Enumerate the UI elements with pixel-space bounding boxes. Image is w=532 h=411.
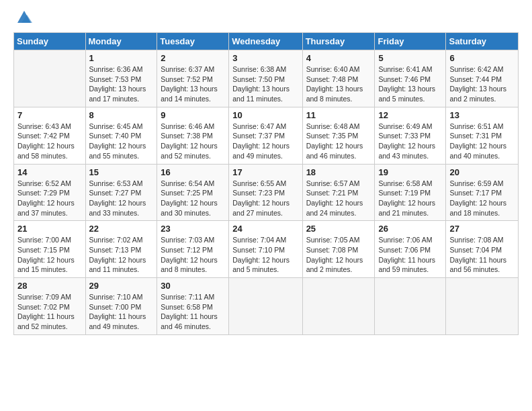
day-cell: 2Sunrise: 6:37 AMSunset: 7:52 PMDaylight… [157,50,229,107]
day-cell: 20Sunrise: 6:59 AMSunset: 7:17 PMDayligh… [446,164,519,221]
day-detail: Sunrise: 6:57 AMSunset: 7:21 PMDaylight:… [306,179,371,218]
day-cell: 17Sunrise: 6:55 AMSunset: 7:23 PMDayligh… [229,164,302,221]
day-detail: Sunrise: 6:49 AMSunset: 7:33 PMDaylight:… [378,122,442,161]
day-detail: Sunrise: 7:03 AMSunset: 7:12 PMDaylight:… [161,235,225,275]
weekday-header-friday: Friday [375,33,446,50]
day-num: 16 [161,167,225,177]
day-detail: Sunrise: 6:37 AMSunset: 7:52 PMDaylight:… [161,64,225,104]
day-detail: Sunrise: 7:04 AMSunset: 7:10 PMDaylight:… [232,235,298,275]
week-row-2: 7Sunrise: 6:43 AMSunset: 7:42 PMDaylight… [14,107,519,164]
page: SundayMondayTuesdayWednesdayThursdayFrid… [0,0,532,411]
day-num: 8 [89,110,154,120]
day-num: 1 [89,53,154,63]
day-cell: 21Sunrise: 7:00 AMSunset: 7:15 PMDayligh… [14,221,86,278]
day-detail: Sunrise: 6:47 AMSunset: 7:37 PMDaylight:… [232,122,298,161]
weekday-header-monday: Monday [85,33,157,50]
day-cell: 19Sunrise: 6:58 AMSunset: 7:19 PMDayligh… [375,164,446,221]
logo-icon [15,8,34,27]
week-row-3: 14Sunrise: 6:52 AMSunset: 7:29 PMDayligh… [14,164,519,221]
day-detail: Sunrise: 6:59 AMSunset: 7:17 PMDaylight:… [449,179,515,218]
day-detail: Sunrise: 6:41 AMSunset: 7:46 PMDaylight:… [378,64,442,104]
day-num: 22 [89,224,154,234]
day-cell: 24Sunrise: 7:04 AMSunset: 7:10 PMDayligh… [229,221,302,278]
day-detail: Sunrise: 7:06 AMSunset: 7:06 PMDaylight:… [378,235,442,275]
day-cell: 26Sunrise: 7:06 AMSunset: 7:06 PMDayligh… [375,221,446,278]
day-cell [375,278,446,335]
day-cell: 25Sunrise: 7:05 AMSunset: 7:08 PMDayligh… [302,221,375,278]
day-num: 27 [449,224,515,234]
day-cell: 7Sunrise: 6:43 AMSunset: 7:42 PMDaylight… [14,107,86,164]
weekday-header-row: SundayMondayTuesdayWednesdayThursdayFrid… [14,33,519,50]
day-cell: 29Sunrise: 7:10 AMSunset: 7:00 PMDayligh… [85,278,157,335]
day-cell: 6Sunrise: 6:42 AMSunset: 7:44 PMDaylight… [446,50,519,107]
weekday-header-wednesday: Wednesday [229,33,302,50]
day-num: 2 [161,53,225,63]
day-detail: Sunrise: 6:54 AMSunset: 7:25 PMDaylight:… [161,179,225,218]
day-num: 10 [232,110,298,120]
day-num: 14 [17,167,82,177]
week-row-4: 21Sunrise: 7:00 AMSunset: 7:15 PMDayligh… [14,221,519,278]
day-cell: 13Sunrise: 6:51 AMSunset: 7:31 PMDayligh… [446,107,519,164]
day-cell: 28Sunrise: 7:09 AMSunset: 7:02 PMDayligh… [14,278,86,335]
day-num: 30 [161,281,225,291]
day-detail: Sunrise: 7:05 AMSunset: 7:08 PMDaylight:… [306,235,371,275]
day-cell: 30Sunrise: 7:11 AMSunset: 6:58 PMDayligh… [157,278,229,335]
day-detail: Sunrise: 7:09 AMSunset: 7:02 PMDaylight:… [17,292,82,332]
day-num: 24 [232,224,298,234]
weekday-header-tuesday: Tuesday [157,33,229,50]
day-detail: Sunrise: 6:38 AMSunset: 7:50 PMDaylight:… [232,64,298,104]
day-cell: 18Sunrise: 6:57 AMSunset: 7:21 PMDayligh… [302,164,375,221]
day-detail: Sunrise: 7:00 AMSunset: 7:15 PMDaylight:… [17,235,82,275]
day-detail: Sunrise: 6:36 AMSunset: 7:53 PMDaylight:… [89,64,154,104]
day-num: 7 [17,110,82,120]
day-detail: Sunrise: 6:43 AMSunset: 7:42 PMDaylight:… [17,122,82,161]
day-num: 23 [161,224,225,234]
day-cell: 1Sunrise: 6:36 AMSunset: 7:53 PMDaylight… [85,50,157,107]
header [13,11,519,27]
day-cell: 14Sunrise: 6:52 AMSunset: 7:29 PMDayligh… [14,164,86,221]
day-num: 15 [89,167,154,177]
day-num: 19 [378,167,442,177]
day-detail: Sunrise: 7:11 AMSunset: 6:58 PMDaylight:… [161,292,225,332]
day-num: 18 [306,167,371,177]
day-cell: 9Sunrise: 6:46 AMSunset: 7:38 PMDaylight… [157,107,229,164]
day-detail: Sunrise: 6:40 AMSunset: 7:48 PMDaylight:… [306,64,371,104]
day-detail: Sunrise: 7:02 AMSunset: 7:13 PMDaylight:… [89,235,154,275]
day-num: 11 [306,110,371,120]
day-num: 3 [232,53,298,63]
week-row-1: 1Sunrise: 6:36 AMSunset: 7:53 PMDaylight… [14,50,519,107]
day-detail: Sunrise: 6:55 AMSunset: 7:23 PMDaylight:… [232,179,298,218]
day-cell: 22Sunrise: 7:02 AMSunset: 7:13 PMDayligh… [85,221,157,278]
day-cell: 27Sunrise: 7:08 AMSunset: 7:04 PMDayligh… [446,221,519,278]
calendar-table: SundayMondayTuesdayWednesdayThursdayFrid… [13,32,519,335]
weekday-header-thursday: Thursday [302,33,375,50]
day-num: 25 [306,224,371,234]
day-num: 17 [232,167,298,177]
day-num: 13 [449,110,515,120]
day-cell: 10Sunrise: 6:47 AMSunset: 7:37 PMDayligh… [229,107,302,164]
day-detail: Sunrise: 6:42 AMSunset: 7:44 PMDaylight:… [449,64,515,104]
day-num: 28 [17,281,82,291]
day-cell [229,278,302,335]
day-num: 26 [378,224,442,234]
day-cell: 3Sunrise: 6:38 AMSunset: 7:50 PMDaylight… [229,50,302,107]
day-cell: 23Sunrise: 7:03 AMSunset: 7:12 PMDayligh… [157,221,229,278]
day-detail: Sunrise: 6:53 AMSunset: 7:27 PMDaylight:… [89,179,154,218]
day-detail: Sunrise: 6:45 AMSunset: 7:40 PMDaylight:… [89,122,154,161]
day-cell: 8Sunrise: 6:45 AMSunset: 7:40 PMDaylight… [85,107,157,164]
day-cell [14,50,86,107]
day-cell: 11Sunrise: 6:48 AMSunset: 7:35 PMDayligh… [302,107,375,164]
day-cell: 5Sunrise: 6:41 AMSunset: 7:46 PMDaylight… [375,50,446,107]
day-detail: Sunrise: 6:48 AMSunset: 7:35 PMDaylight:… [306,122,371,161]
day-detail: Sunrise: 7:10 AMSunset: 7:00 PMDaylight:… [89,292,154,332]
day-num: 12 [378,110,442,120]
day-cell: 16Sunrise: 6:54 AMSunset: 7:25 PMDayligh… [157,164,229,221]
day-cell: 12Sunrise: 6:49 AMSunset: 7:33 PMDayligh… [375,107,446,164]
day-num: 9 [161,110,225,120]
day-detail: Sunrise: 6:58 AMSunset: 7:19 PMDaylight:… [378,179,442,218]
day-num: 6 [449,53,515,63]
weekday-header-sunday: Sunday [14,33,86,50]
day-num: 20 [449,167,515,177]
day-detail: Sunrise: 6:51 AMSunset: 7:31 PMDaylight:… [449,122,515,161]
day-cell [302,278,375,335]
